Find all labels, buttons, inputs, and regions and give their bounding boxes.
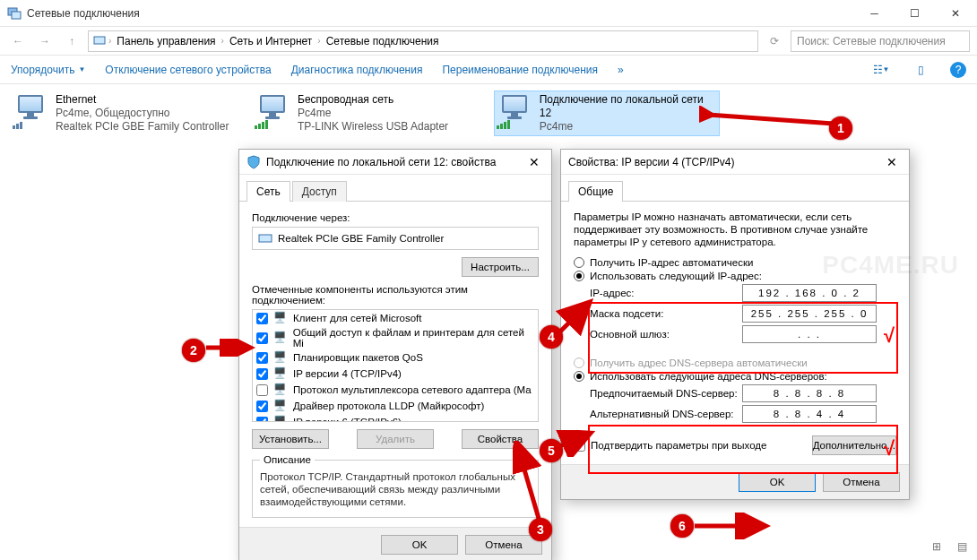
mask-input[interactable]: 255 . 255 . 255 . 0 [742,305,877,323]
disable-device-button[interactable]: Отключение сетевого устройства [105,64,271,76]
dns1-input[interactable]: 8 . 8 . 8 . 8 [742,384,877,402]
list-item: 🖥️IP версии 6 (TCP/IPv6) [253,414,538,422]
forward-button[interactable]: → [34,30,56,52]
remove-button[interactable]: Удалить [357,429,434,449]
components-label: Отмеченные компоненты используются этим … [252,284,539,306]
crumb-2[interactable]: Сеть и Интернет [226,33,316,49]
network-icon [92,34,107,48]
radio-auto-dns: Получить адрес DNS-сервера автоматически [574,358,896,368]
connection-ethernet[interactable]: EthernetPc4me, ОбщедоступноRealtek PCIe … [11,91,235,135]
app-icon [7,6,22,21]
up-button[interactable]: ↑ [61,30,82,52]
close-icon[interactable]: ✕ [882,155,902,169]
connect-via-label: Подключение через: [252,212,539,223]
ip-label: IP-адрес: [590,288,742,298]
ok-button[interactable]: OK [739,472,816,492]
radio-manual-ip[interactable]: Использовать следующий IP-адрес: [574,271,896,281]
minimize-button[interactable]: ─ [854,1,895,26]
radio-auto-ip[interactable]: Получить IP-адрес автоматически [574,257,896,268]
view-icon[interactable]: ⊞ [927,537,947,556]
client-icon: 🖥️ [273,311,288,325]
connection-wireless[interactable]: Беспроводная сетьPc4meTP-LINK Wireless U… [253,91,477,135]
lldp-icon: 🖥️ [273,399,288,413]
annotation-badge-6: 6 [670,514,694,538]
annotation-badge-2: 2 [182,339,205,362]
tab-network[interactable]: Сеть [246,181,290,202]
svg-rect-3 [259,235,272,242]
crumb-3[interactable]: Сетевые подключения [323,33,443,49]
list-item: 🖥️Драйвер протокола LLDP (Майкрософт) [253,398,538,414]
connection-lan12[interactable]: Подключение по локальной сети 12Pc4me [495,91,719,135]
conn-name: Подключение по локальной сети 12 [540,93,717,120]
rename-button[interactable]: Переименование подключения [442,64,598,76]
description-text: Протокол TCP/IP. Стандартный протокол гл… [260,469,531,512]
conn-name: Ethernet [56,93,229,107]
ok-button[interactable]: OK [381,535,458,555]
gateway-label: Основной шлюз: [590,329,742,340]
help-icon[interactable]: ? [950,62,966,78]
window-title: Сетевые подключения [27,7,854,20]
cancel-button[interactable]: Отмена [823,472,900,492]
close-button[interactable]: ✕ [935,1,975,26]
gateway-input[interactable]: . . . [742,325,877,343]
confirm-checkbox[interactable]: Подтвердить параметры при выходе [574,440,766,452]
ipv6-icon: 🖥️ [273,415,288,422]
back-button[interactable]: ← [7,30,29,52]
radio-manual-dns[interactable]: Использовать следующие адреса DNS-сервер… [574,371,896,382]
diagnose-button[interactable]: Диагностика подключения [291,64,423,76]
ethernet-icon [13,93,48,129]
chevron-down-icon: ▼ [78,65,85,73]
dns1-label: Предпочитаемый DNS-сервер: [590,388,742,399]
dns2-label: Альтернативный DNS-сервер: [590,409,742,419]
organize-menu[interactable]: Упорядочить▼ [11,64,85,76]
properties-button[interactable]: Свойства [462,429,539,449]
advanced-button[interactable]: Дополнительно... [812,435,896,455]
dialog-title: Свойства: IP версии 4 (TCP/IPv4) [568,156,882,168]
cancel-button[interactable]: Отмена [465,535,542,555]
arrow-annotation [690,513,771,539]
qos-icon: 🖥️ [273,350,288,365]
share-icon: 🖥️ [273,331,288,345]
refresh-button[interactable]: ⟳ [764,30,785,52]
install-button[interactable]: Установить... [252,429,329,449]
conn-name: Беспроводная сеть [298,93,448,107]
list-item: 🖥️Клиент для сетей Microsoft [253,310,538,326]
wifi-icon [255,93,290,129]
tab-access[interactable]: Доступ [292,181,347,202]
adapter-field: Realtek PCIe GBE Family Controller [252,227,539,250]
mask-label: Маска подсети: [590,308,742,319]
mux-icon: 🖥️ [273,383,288,397]
dns2-input[interactable]: 8 . 8 . 4 . 4 [742,405,877,423]
maximize-button[interactable]: ☐ [895,1,935,26]
list-item-ipv4: 🖥️IP версии 4 (TCP/IPv4) [253,366,538,382]
description-title: Описание [260,454,315,465]
chevron-right-icon: › [317,36,320,46]
view-icon[interactable]: ☷▼ [871,60,891,80]
configure-button[interactable]: Настроить... [462,257,539,277]
search-placeholder: Поиск: Сетевые подключения [797,35,946,47]
ipv4-icon: 🖥️ [273,366,288,381]
ip-input[interactable]: 192 . 168 . 0 . 2 [742,284,877,302]
chevron-right-icon: › [221,36,224,46]
close-icon[interactable]: ✕ [524,155,544,169]
preview-icon[interactable]: ▤ [952,537,972,556]
svg-rect-2 [94,37,105,44]
list-item: 🖥️Планировщик пакетов QoS [253,349,538,366]
lan-icon [497,93,532,129]
components-list[interactable]: 🖥️Клиент для сетей Microsoft 🖥️Общий дос… [252,309,539,422]
breadcrumb[interactable]: › Панель управления › Сеть и Интернет › … [88,30,758,52]
intro-text: Параметры IP можно назначать автоматичес… [574,211,896,248]
crumb-1[interactable]: Панель управления [113,33,219,49]
tab-general[interactable]: Общие [568,181,623,202]
details-panel-icon[interactable]: ▯ [911,60,930,80]
svg-rect-1 [12,12,21,19]
more-menu[interactable]: » [618,64,624,76]
dialog-title: Подключение по локальной сети 12: свойст… [266,156,524,168]
list-item: 🖥️Протокол мультиплексора сетевого адапт… [253,382,538,398]
shield-icon [246,155,261,169]
list-item: 🖥️Общий доступ к файлам и принтерам для … [253,326,538,349]
chevron-right-icon: › [108,36,111,46]
adapter-icon [258,231,272,246]
search-input[interactable]: Поиск: Сетевые подключения [791,30,970,52]
